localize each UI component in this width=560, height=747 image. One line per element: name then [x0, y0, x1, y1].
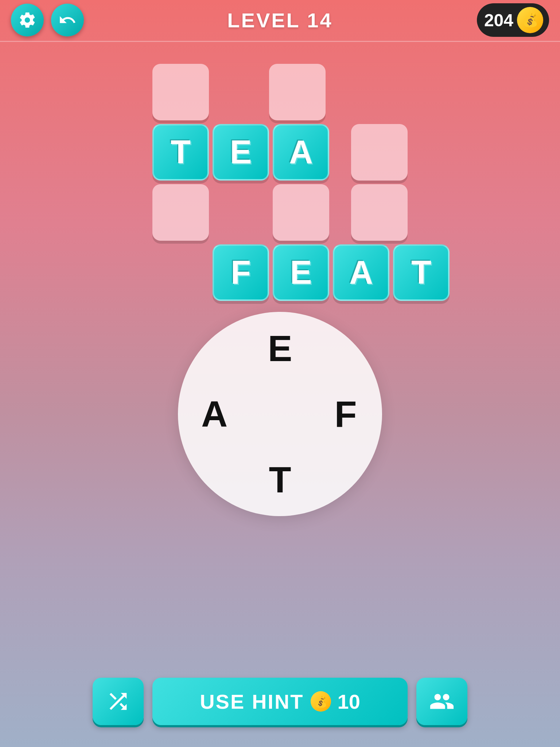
- wheel-letter-A[interactable]: A: [200, 399, 229, 429]
- tile-E1: E: [213, 124, 269, 181]
- empty-tile-2-2: [273, 184, 329, 241]
- settings-button[interactable]: [11, 4, 44, 36]
- hint-button[interactable]: USE HINT 💰 10: [152, 678, 408, 725]
- empty-tile-0-0: [152, 64, 209, 120]
- shuffle-button[interactable]: [93, 678, 144, 725]
- empty-tile-1-4: [351, 124, 408, 181]
- wheel-area: E A F T: [0, 312, 560, 516]
- friends-icon: [429, 689, 455, 714]
- coin-icon: 💰: [517, 7, 543, 33]
- shuffle-icon: [105, 689, 131, 714]
- back-button[interactable]: [51, 4, 84, 36]
- friends-button[interactable]: [416, 678, 467, 725]
- tile-T2: T: [393, 244, 450, 301]
- settings-icon: [18, 11, 36, 29]
- empty-tile-2-4: [351, 184, 408, 241]
- header-left-buttons: [11, 4, 84, 36]
- wheel-letter-E[interactable]: E: [265, 334, 295, 363]
- coin-count: 204: [484, 10, 513, 30]
- tile-A1: A: [273, 124, 329, 181]
- level-title: LEVEL 14: [227, 8, 332, 32]
- empty-tile-0-2: [269, 64, 326, 120]
- wheel-letter-T[interactable]: T: [265, 465, 295, 494]
- header: LEVEL 14 204 💰: [0, 0, 560, 40]
- crossword-area: T E A F E A T: [0, 42, 560, 283]
- back-icon: [58, 11, 77, 29]
- hint-label: USE HINT: [200, 690, 304, 713]
- tile-A2: A: [333, 244, 389, 301]
- tile-E2: E: [273, 244, 329, 301]
- crossword-grid: T E A F E A T: [152, 64, 408, 283]
- hint-coin-icon: 💰: [311, 691, 331, 712]
- hint-cost: 10: [338, 690, 360, 713]
- tile-T: T: [152, 124, 209, 181]
- coin-display: 204 💰: [477, 3, 549, 37]
- bottom-bar: USE HINT 💰 10: [0, 678, 560, 725]
- tile-F: F: [213, 244, 269, 301]
- letter-wheel[interactable]: E A F T: [178, 312, 382, 516]
- empty-tile-2-0: [152, 184, 209, 241]
- wheel-letter-F[interactable]: F: [331, 399, 360, 429]
